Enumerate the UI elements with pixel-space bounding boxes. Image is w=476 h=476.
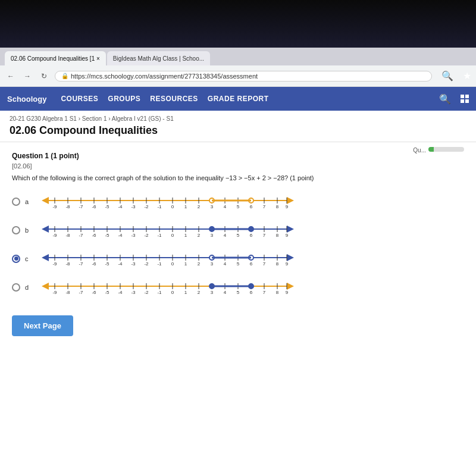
number-line-b: -9 -8 -7 -6 -5 -4 -3 -2 -1 0 1 2 bbox=[37, 220, 464, 240]
nav-courses[interactable]: COURSES bbox=[61, 95, 98, 103]
inactive-tab[interactable]: BigIdeas Math Alg Class | Schoo... bbox=[107, 51, 210, 65]
search-icon[interactable]: 🔍 bbox=[441, 70, 453, 82]
svg-text:-6: -6 bbox=[92, 290, 96, 295]
svg-text:-8: -8 bbox=[65, 204, 70, 209]
svg-text:-7: -7 bbox=[79, 233, 83, 238]
svg-text:0: 0 bbox=[171, 204, 174, 209]
svg-text:-5: -5 bbox=[105, 233, 109, 238]
svg-text:-4: -4 bbox=[118, 261, 123, 267]
lock-icon: 🔒 bbox=[61, 73, 68, 79]
number-line-c: -9 -8 -7 -6 -5 -4 -3 -2 -1 0 1 2 bbox=[37, 249, 464, 269]
svg-text:3: 3 bbox=[211, 290, 214, 295]
svg-text:6: 6 bbox=[250, 204, 253, 209]
page-content: 20-21 G230 Algebra 1 S1 › Section 1 › Al… bbox=[0, 111, 476, 476]
option-a[interactable]: a bbox=[12, 192, 464, 212]
refresh-button[interactable]: ↻ bbox=[38, 70, 50, 82]
svg-text:-2: -2 bbox=[144, 261, 149, 267]
option-b[interactable]: b -9 - bbox=[12, 220, 464, 240]
svg-text:-4: -4 bbox=[118, 290, 123, 295]
svg-text:-3: -3 bbox=[131, 233, 136, 238]
address-bar: ← → ↻ 🔒 https://mcs.schoology.com/assign… bbox=[0, 65, 476, 87]
next-page-button[interactable]: Next Page bbox=[12, 315, 73, 336]
nav-groups[interactable]: GROUPS bbox=[108, 95, 140, 103]
svg-text:9: 9 bbox=[286, 233, 289, 238]
svg-text:8: 8 bbox=[276, 290, 279, 295]
svg-text:0: 0 bbox=[171, 233, 174, 238]
progress-indicator bbox=[428, 147, 464, 152]
svg-text:2: 2 bbox=[198, 290, 201, 295]
svg-text:-7: -7 bbox=[79, 290, 83, 295]
svg-text:-9: -9 bbox=[52, 233, 57, 238]
svg-text:-1: -1 bbox=[157, 233, 162, 238]
svg-text:-3: -3 bbox=[131, 290, 136, 295]
svg-text:-5: -5 bbox=[105, 204, 109, 209]
bookmark-icon[interactable]: ★ bbox=[463, 70, 471, 82]
svg-text:8: 8 bbox=[276, 233, 279, 238]
svg-text:-4: -4 bbox=[118, 204, 123, 209]
svg-text:-6: -6 bbox=[92, 204, 96, 209]
svg-text:1: 1 bbox=[184, 204, 187, 209]
svg-text:3: 3 bbox=[211, 233, 214, 238]
svg-text:-4: -4 bbox=[118, 233, 123, 238]
main-content: Qu... Question 1 (1 point) [02.06] Which… bbox=[0, 142, 476, 476]
svg-text:5: 5 bbox=[237, 261, 240, 267]
svg-text:8: 8 bbox=[276, 261, 279, 267]
url-bar[interactable]: 🔒 https://mcs.schoology.com/assignment/2… bbox=[55, 71, 432, 82]
page-title: 02.06 Compound Inequalities bbox=[0, 123, 476, 142]
svg-text:-6: -6 bbox=[92, 261, 96, 267]
label-b: b bbox=[25, 227, 32, 234]
nav-bar: Schoology COURSES GROUPS RESOURCES GRADE… bbox=[0, 87, 476, 111]
svg-text:7: 7 bbox=[263, 261, 266, 267]
svg-text:4: 4 bbox=[224, 204, 227, 209]
svg-text:-7: -7 bbox=[79, 261, 83, 267]
svg-text:5: 5 bbox=[237, 204, 240, 209]
svg-text:-3: -3 bbox=[131, 261, 136, 267]
option-c[interactable]: c -9 - bbox=[12, 249, 464, 269]
nav-grade-report[interactable]: GRADE REPORT bbox=[208, 95, 269, 103]
radio-c[interactable] bbox=[12, 255, 20, 263]
svg-text:2: 2 bbox=[198, 204, 201, 209]
svg-text:-9: -9 bbox=[52, 204, 57, 209]
nav-resources[interactable]: RESOURCES bbox=[150, 95, 198, 103]
svg-text:4: 4 bbox=[224, 290, 227, 295]
svg-text:-2: -2 bbox=[144, 204, 149, 209]
svg-text:2: 2 bbox=[198, 261, 201, 267]
svg-text:5: 5 bbox=[237, 233, 240, 238]
svg-text:5: 5 bbox=[237, 290, 240, 295]
grid-icon[interactable] bbox=[461, 95, 469, 103]
radio-a[interactable] bbox=[12, 198, 20, 206]
svg-text:4: 4 bbox=[224, 261, 227, 267]
svg-text:-2: -2 bbox=[144, 233, 149, 238]
svg-text:-2: -2 bbox=[144, 290, 149, 295]
svg-text:6: 6 bbox=[250, 261, 253, 267]
svg-text:7: 7 bbox=[263, 204, 266, 209]
svg-text:-3: -3 bbox=[131, 204, 136, 209]
svg-text:3: 3 bbox=[211, 204, 214, 209]
svg-text:8: 8 bbox=[276, 204, 279, 209]
svg-text:-9: -9 bbox=[52, 261, 57, 267]
search-nav-icon[interactable]: 🔍 bbox=[439, 93, 451, 105]
progress-label: Qu... bbox=[413, 147, 426, 154]
svg-text:6: 6 bbox=[250, 290, 253, 295]
svg-text:7: 7 bbox=[263, 290, 266, 295]
back-button[interactable]: ← bbox=[5, 70, 17, 82]
question-header: Question 1 (1 point) bbox=[12, 152, 464, 160]
radio-b[interactable] bbox=[12, 226, 20, 234]
radio-d[interactable] bbox=[12, 283, 20, 292]
label-a: a bbox=[25, 198, 32, 205]
svg-text:1: 1 bbox=[184, 261, 187, 267]
svg-text:9: 9 bbox=[286, 204, 289, 209]
number-line-a: -9 -8 -7 -6 -5 -4 -3 bbox=[37, 192, 464, 212]
screen-bezel bbox=[0, 0, 476, 48]
option-d[interactable]: d -9 - bbox=[12, 277, 464, 298]
svg-text:2: 2 bbox=[198, 233, 201, 238]
svg-text:-8: -8 bbox=[65, 290, 70, 295]
svg-text:9: 9 bbox=[286, 290, 289, 295]
forward-button[interactable]: → bbox=[21, 70, 33, 82]
svg-text:1: 1 bbox=[184, 290, 187, 295]
svg-text:9: 9 bbox=[286, 261, 289, 267]
svg-text:6: 6 bbox=[250, 233, 253, 238]
active-tab[interactable]: 02.06 Compound Inequalities [1 × bbox=[5, 51, 106, 65]
svg-text:1: 1 bbox=[184, 233, 187, 238]
question-text: Which of the following is the correct gr… bbox=[12, 173, 464, 183]
